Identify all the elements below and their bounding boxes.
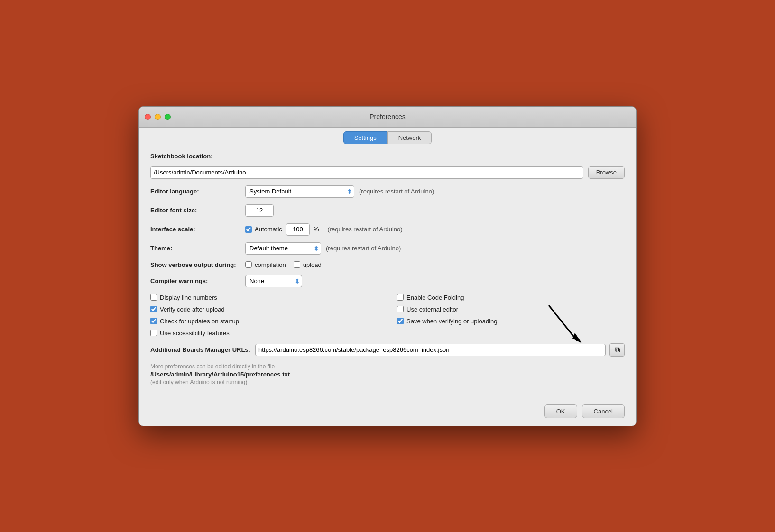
verify-code-text: Verify code after upload [160,306,225,313]
boards-icon-button[interactable]: ⧉ [609,343,625,357]
upload-text: upload [303,261,322,268]
sketchbook-input[interactable] [150,166,583,179]
scale-input[interactable] [286,223,310,236]
use-external-editor-text: Use external editor [406,306,458,313]
use-external-editor-checkbox[interactable] [397,306,404,312]
minimize-button[interactable] [155,114,161,120]
display-line-numbers-checkbox[interactable] [150,294,157,301]
auto-scale-label[interactable]: Automatic [245,226,282,233]
theme-select[interactable]: Default theme [245,242,321,255]
checkbox-grid: Display line numbers Enable Code Folding… [150,294,625,337]
compiler-warnings-row: Compiler warnings: None ⬍ [150,275,625,287]
verbose-label: Show verbose output during: [150,261,245,268]
editor-language-row: Editor language: System Default ⬍ (requi… [150,185,625,198]
close-button[interactable] [145,114,151,120]
save-when-verifying-text: Save when verifying or uploading [406,318,498,325]
compilation-checkbox[interactable] [245,261,252,268]
use-accessibility-checkbox[interactable] [150,330,157,336]
font-size-input[interactable] [245,204,274,217]
auto-scale-checkbox[interactable] [245,226,252,233]
verify-code-label[interactable]: Verify code after upload [150,306,378,313]
verify-code-checkbox[interactable] [150,306,157,312]
edit-note: (edit only when Arduino is not running) [150,379,625,385]
prefs-file-path: /Users/admin/Library/Arduino15/preferenc… [150,371,625,378]
verbose-controls: compilation upload [245,261,322,268]
tab-bar: Settings Network [139,128,636,144]
save-when-verifying-label[interactable]: Save when verifying or uploading [397,318,625,325]
title-bar: Preferences [139,107,636,128]
verbose-row: Show verbose output during: compilation … [150,261,625,268]
enable-code-folding-checkbox[interactable] [397,294,404,301]
footer: OK Cancel [139,401,636,426]
interface-scale-label: Interface scale: [150,226,245,233]
auto-scale-text: Automatic [255,226,282,233]
browse-button[interactable]: Browse [588,166,625,179]
boards-icon: ⧉ [615,346,620,354]
ok-button[interactable]: OK [544,404,577,418]
warnings-select-wrapper: None ⬍ [245,275,302,287]
enable-code-folding-label[interactable]: Enable Code Folding [397,294,625,301]
sketchbook-row: Sketchbook location: [150,153,625,160]
cancel-button[interactable]: Cancel [582,404,625,418]
editor-language-label: Editor language: [150,188,245,195]
sketchbook-label: Sketchbook location: [150,153,245,160]
display-line-numbers-label[interactable]: Display line numbers [150,294,378,301]
compilation-text: compilation [255,261,286,268]
boards-manager-input[interactable] [255,344,606,356]
enable-code-folding-text: Enable Code Folding [406,294,464,301]
boards-manager-label: Additional Boards Manager URLs: [150,346,250,353]
boards-manager-row: Additional Boards Manager URLs: ⧉ [150,343,625,357]
save-when-verifying-checkbox[interactable] [397,318,404,324]
compiler-warnings-label: Compiler warnings: [150,277,245,284]
theme-select-wrapper: Default theme ⬍ [245,242,321,255]
language-select-wrapper: System Default ⬍ [245,185,354,198]
display-line-numbers-text: Display line numbers [160,294,217,301]
upload-checkbox[interactable] [294,261,300,268]
language-hint: (requires restart of Arduino) [359,188,434,195]
font-size-row: Editor font size: [150,204,625,217]
window-controls [145,114,171,120]
language-select[interactable]: System Default [245,185,354,198]
check-updates-label[interactable]: Check for updates on startup [150,318,378,325]
check-updates-checkbox[interactable] [150,318,157,324]
use-accessibility-label[interactable]: Use accessibility features [150,330,378,337]
window-title: Preferences [369,113,405,120]
boards-area: Additional Boards Manager URLs: ⧉ [150,343,625,357]
theme-label: Theme: [150,245,245,252]
use-external-editor-label[interactable]: Use external editor [397,306,625,313]
scale-controls: Automatic % (requires restart of Arduino… [245,223,403,236]
tab-network[interactable]: Network [388,131,432,144]
preferences-window: Preferences Settings Network Sketchbook … [138,106,637,426]
scale-hint: (requires restart of Arduino) [327,226,402,233]
warnings-select[interactable]: None [245,275,302,287]
theme-hint: (requires restart of Arduino) [326,245,401,252]
more-prefs-info: More preferences can be edited directly … [150,363,625,370]
settings-content: Sketchbook location: Browse Editor langu… [139,144,636,401]
more-prefs-section: More preferences can be edited directly … [150,363,625,385]
use-accessibility-text: Use accessibility features [160,330,230,337]
tab-settings[interactable]: Settings [343,131,388,144]
font-size-label: Editor font size: [150,207,245,214]
upload-label[interactable]: upload [294,261,322,268]
maximize-button[interactable] [165,114,171,120]
check-updates-text: Check for updates on startup [160,318,239,325]
theme-row: Theme: Default theme ⬍ (requires restart… [150,242,625,255]
compilation-label[interactable]: compilation [245,261,286,268]
interface-scale-row: Interface scale: Automatic % (requires r… [150,223,625,236]
scale-unit: % [314,226,319,233]
sketchbook-path-row: Browse [150,166,625,179]
